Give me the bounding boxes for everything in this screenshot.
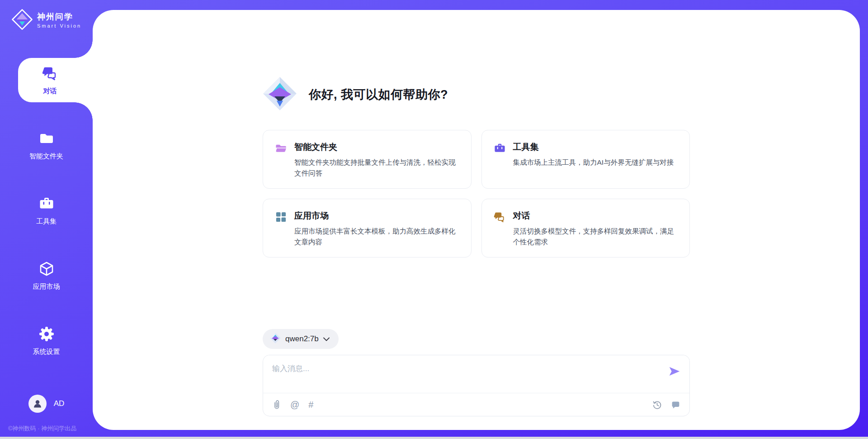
input-toolbar: @ # — [263, 393, 689, 416]
sidebar-bottom: AD ©神州数码 · 神州问学出品 — [0, 395, 93, 439]
composer: qwen2:7b @ — [263, 329, 690, 416]
brand-subtitle: Smart Vision — [37, 23, 81, 29]
card-description: 应用市场提供丰富长文本模板，助力高效生成多样化文章内容 — [294, 226, 459, 248]
card-text: 工具集 集成市场上主流工具，助力AI与外界无缝扩展与对接 — [513, 141, 674, 177]
sidebar-nav: 对话 智能文件夹 工具集 — [0, 58, 93, 384]
message-input[interactable] — [263, 355, 689, 393]
chat-icon — [494, 211, 506, 246]
gear-icon — [38, 326, 55, 344]
grid-icon — [275, 211, 287, 246]
comment-icon[interactable] — [671, 400, 680, 410]
home-content: 你好, 我可以如何帮助你? 智能文件夹 智能文件夹功能支持批量文件上传与清洗，轻… — [263, 10, 690, 416]
user-profile[interactable]: AD — [0, 395, 93, 413]
model-logo-icon — [270, 333, 281, 345]
card-app-market[interactable]: 应用市场 应用市场提供丰富长文本模板，助力高效生成多样化文章内容 — [263, 199, 472, 258]
card-text: 应用市场 应用市场提供丰富长文本模板，助力高效生成多样化文章内容 — [294, 210, 459, 246]
cube-icon — [38, 261, 55, 279]
card-description: 灵活切换多模型文件，支持多样回复效果调试，满足个性化需求 — [513, 226, 678, 248]
sidebar-item-chat[interactable]: 对话 — [18, 58, 93, 102]
chevron-down-icon — [323, 335, 330, 343]
avatar — [28, 395, 47, 413]
sidebar-item-label: 应用市场 — [33, 282, 60, 291]
app-logo-diamond — [263, 76, 297, 113]
brand-text: 神州问学 Smart Vision — [37, 12, 81, 29]
model-selector[interactable]: qwen2:7b — [263, 329, 339, 349]
sidebar-item-settings[interactable]: 系统设置 — [0, 319, 93, 363]
greeting-row: 你好, 我可以如何帮助你? — [263, 76, 690, 113]
card-title: 智能文件夹 — [294, 141, 459, 153]
hash-icon[interactable]: # — [308, 400, 313, 409]
sidebar-item-toolset[interactable]: 工具集 — [0, 188, 93, 233]
card-title: 应用市场 — [294, 210, 459, 222]
card-title: 工具集 — [513, 141, 674, 153]
chat-bubbles-icon — [42, 65, 58, 83]
card-text: 对话 灵活切换多模型文件，支持多样回复效果调试，满足个性化需求 — [513, 210, 678, 246]
card-description: 集成市场上主流工具，助力AI与外界无缝扩展与对接 — [513, 157, 674, 168]
folder-open-icon — [275, 142, 287, 177]
brand: 神州问学 Smart Vision — [0, 0, 93, 32]
history-icon[interactable] — [652, 400, 662, 410]
main-content-panel: 你好, 我可以如何帮助你? 智能文件夹 智能文件夹功能支持批量文件上传与清洗，轻… — [93, 10, 860, 430]
brand-title: 神州问学 — [37, 12, 81, 22]
send-icon[interactable] — [668, 365, 680, 377]
feature-cards: 智能文件夹 智能文件夹功能支持批量文件上传与清洗，轻松实现文件问答 工具集 集成… — [263, 130, 690, 258]
card-chat[interactable]: 对话 灵活切换多模型文件，支持多样回复效果调试，满足个性化需求 — [481, 199, 690, 258]
card-description: 智能文件夹功能支持批量文件上传与清洗，轻松实现文件问答 — [294, 157, 459, 179]
card-smart-folder[interactable]: 智能文件夹 智能文件夹功能支持批量文件上传与清洗，轻松实现文件问答 — [263, 130, 472, 189]
sidebar: 神州问学 Smart Vision 对话 智能文件夹 — [0, 0, 93, 439]
card-text: 智能文件夹 智能文件夹功能支持批量文件上传与清洗，轻松实现文件问答 — [294, 141, 459, 177]
card-toolset[interactable]: 工具集 集成市场上主流工具，助力AI与外界无缝扩展与对接 — [481, 130, 690, 189]
bottom-edge-strip — [0, 437, 868, 439]
folder-icon — [38, 130, 55, 148]
sidebar-item-label: 智能文件夹 — [29, 152, 63, 161]
sidebar-item-label: 工具集 — [36, 217, 57, 226]
briefcase-icon — [38, 196, 55, 214]
sidebar-item-app-market[interactable]: 应用市场 — [0, 253, 93, 298]
sidebar-item-smart-folder[interactable]: 智能文件夹 — [0, 123, 93, 167]
message-input-box: @ # — [263, 355, 690, 416]
copyright: ©神州数码 · 神州问学出品 — [0, 425, 93, 439]
sidebar-item-label: 对话 — [43, 87, 57, 95]
brand-logo-icon — [12, 9, 33, 32]
sidebar-item-label: 系统设置 — [33, 348, 60, 356]
user-name: AD — [54, 399, 65, 408]
model-name: qwen2:7b — [285, 334, 319, 344]
mention-icon[interactable]: @ — [290, 400, 299, 409]
greeting-text: 你好, 我可以如何帮助你? — [309, 86, 448, 103]
briefcase-icon — [494, 142, 506, 177]
card-title: 对话 — [513, 210, 678, 222]
paperclip-icon[interactable] — [272, 400, 281, 410]
